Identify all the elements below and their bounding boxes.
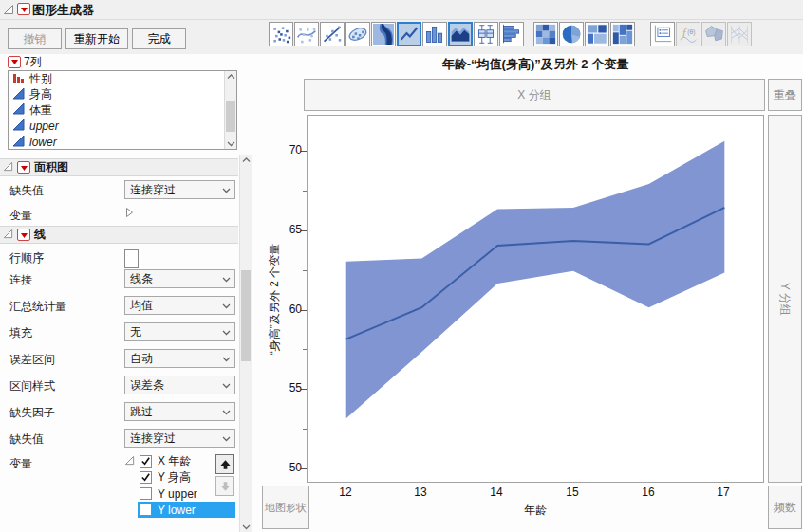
property-row: 缺失因子 跳过: [0, 402, 238, 421]
caption-box-icon[interactable]: [650, 22, 675, 46]
heatmap-icon[interactable]: [533, 22, 558, 46]
histogram-icon[interactable]: [499, 22, 524, 46]
start-over-button[interactable]: 重新开始: [65, 28, 128, 49]
column-item-体重[interactable]: 体重: [9, 102, 236, 119]
pie-chart-icon[interactable]: [559, 22, 584, 46]
dropdown-汇总统计量[interactable]: 均值: [124, 296, 235, 315]
undo-button[interactable]: 撤销: [8, 28, 62, 49]
dropdown-区间样式[interactable]: 误差条: [124, 376, 235, 394]
property-label: 行顺序: [9, 250, 44, 266]
disclosure-expanded-icon[interactable]: [3, 229, 13, 242]
column-name: upper: [29, 119, 59, 133]
smoother-icon[interactable]: [294, 22, 319, 46]
property-label: 缺失因子: [9, 405, 55, 421]
x-tick-label: 13: [406, 486, 435, 499]
move-variable-down-button[interactable]: [215, 476, 234, 496]
property-label: 填充: [9, 325, 32, 341]
drop-zone-map-shape[interactable]: 地图形状: [262, 486, 309, 529]
property-row: 变量: [0, 207, 238, 222]
checkbox-年龄[interactable]: [140, 455, 152, 468]
dropdown-value: 跳过: [130, 404, 153, 420]
property-label: 变量: [9, 456, 32, 472]
scrollbar-thumb[interactable]: [241, 270, 251, 361]
bar-chart-icon[interactable]: [422, 22, 447, 46]
scroll-down-icon[interactable]: [225, 138, 236, 149]
y-minor-tick: [303, 191, 307, 192]
continuous-column-icon: [12, 135, 29, 150]
mean-line-with-band-chart: [308, 116, 763, 482]
disclosure-collapsed-icon[interactable]: [124, 207, 235, 220]
section-header-面积图[interactable]: 面积图: [0, 158, 238, 176]
property-label: 缺失值: [9, 183, 44, 199]
section-title: 面积图: [34, 159, 68, 175]
column-item-性别[interactable]: 性别: [9, 71, 236, 87]
plot-area[interactable]: [307, 115, 764, 483]
column-name: 身高: [29, 86, 52, 102]
y-axis-label: “身高”及另外 2 个变量: [267, 115, 284, 483]
column-list-scrollbar[interactable]: [224, 71, 236, 149]
dropdown-缺失因子[interactable]: 跳过: [124, 402, 235, 421]
section-header-线[interactable]: 线: [0, 226, 238, 244]
outline-disclosure-icon[interactable]: [3, 4, 14, 18]
scroll-down-icon[interactable]: [240, 522, 252, 532]
line-chart-icon[interactable]: [397, 22, 421, 46]
dropdown-误差区间[interactable]: 自动: [124, 349, 235, 368]
red-triangle-menu-icon[interactable]: [17, 161, 30, 174]
done-button[interactable]: 完成: [132, 28, 186, 49]
line-of-fit-icon[interactable]: [320, 22, 345, 46]
dropdown-连接[interactable]: 线条: [124, 269, 235, 288]
drop-zone-frequency[interactable]: 频数: [768, 486, 802, 529]
box-plot-icon[interactable]: [474, 22, 498, 46]
column-item-lower[interactable]: lower: [9, 134, 236, 150]
treemap-icon[interactable]: [585, 22, 609, 46]
red-triangle-menu-icon[interactable]: [17, 229, 30, 241]
column-list: 性别身高体重upperlower: [8, 70, 237, 150]
continuous-column-icon: [12, 119, 29, 134]
scrollbar-thumb[interactable]: [226, 101, 235, 132]
property-row: 区间样式 误差条: [0, 376, 238, 394]
drop-zone-x-group[interactable]: X 分组: [304, 79, 765, 111]
properties-panel: 面积图 缺失值 连接穿过 变量 线 行顺序 连接 线条 汇总统计量 均值 填充 …: [0, 155, 238, 472]
x-tick-label: 15: [558, 486, 587, 499]
drop-zone-y-group[interactable]: Y 分组: [768, 115, 802, 483]
parallel-plot-icon: [727, 22, 752, 46]
property-row: 连接 线条: [0, 269, 238, 288]
disclosure-expanded-icon[interactable]: [3, 161, 13, 174]
red-triangle-menu-icon[interactable]: [8, 56, 21, 68]
scroll-up-icon[interactable]: [225, 71, 236, 82]
property-label: 误差区间: [9, 352, 55, 368]
drop-zone-overlay[interactable]: 重叠: [768, 79, 802, 111]
continuous-column-icon: [12, 87, 29, 102]
checkbox-upper[interactable]: [140, 487, 152, 500]
column-item-upper[interactable]: upper: [9, 119, 236, 135]
column-name: 体重: [29, 102, 52, 119]
checkbox-行顺序[interactable]: [124, 249, 139, 268]
property-label: 汇总统计量: [9, 299, 66, 315]
dropdown-value: 连接穿过: [130, 182, 176, 198]
dropdown-缺失值[interactable]: 连接穿过: [124, 180, 235, 199]
move-variable-up-button[interactable]: [215, 454, 234, 474]
scroll-up-icon[interactable]: [240, 155, 252, 165]
area-chart-icon[interactable]: [448, 22, 473, 46]
checkbox-身高[interactable]: [140, 471, 152, 484]
property-label: 区间样式: [9, 378, 55, 394]
columns-count-label: 7列: [24, 54, 42, 70]
mosaic-icon[interactable]: [610, 22, 635, 46]
map-shapes-icon: [701, 22, 726, 46]
dropdown-value: 连接穿过: [130, 431, 176, 447]
red-triangle-menu-icon[interactable]: [17, 3, 30, 15]
property-row: 缺失值 连接穿过: [0, 180, 238, 199]
dropdown-填充[interactable]: 无: [124, 322, 235, 341]
x-tick-label: 14: [482, 486, 511, 499]
ellipse-icon[interactable]: [345, 22, 370, 46]
dropdown-缺失值[interactable]: 连接穿过: [124, 429, 235, 448]
column-name: 性别: [29, 71, 52, 87]
chart-title: 年龄-“均值(身高)”及另外 2 个变量: [307, 56, 764, 73]
points-icon[interactable]: [269, 22, 293, 46]
page-title: 图形生成器: [32, 2, 94, 19]
variable-row-lower[interactable]: Y lower: [138, 502, 235, 518]
column-item-身高[interactable]: 身高: [9, 87, 236, 103]
properties-scrollbar[interactable]: [239, 155, 252, 532]
contour-icon[interactable]: [371, 22, 396, 46]
checkbox-lower[interactable]: [140, 504, 152, 516]
